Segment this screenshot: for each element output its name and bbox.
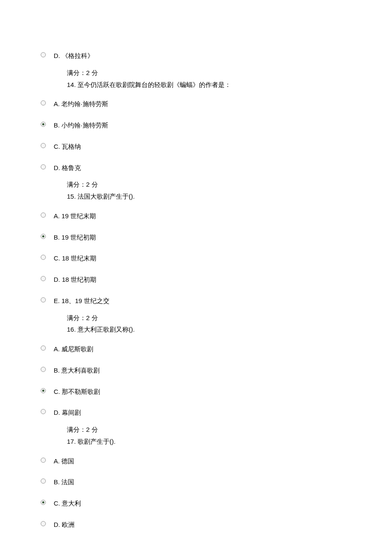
option-label: C. 瓦格纳 [54, 142, 81, 151]
q17-option-d[interactable]: D. 欧洲 [40, 520, 352, 529]
svg-point-5 [41, 165, 46, 169]
svg-point-8 [42, 235, 44, 237]
option-label: C. 意大利 [54, 499, 81, 508]
svg-point-11 [41, 298, 46, 302]
q17-prompt: 17. 歌剧产生于(). [67, 437, 352, 446]
radio-unselected-icon [40, 297, 46, 303]
radio-unselected-icon [40, 457, 46, 463]
svg-point-15 [42, 390, 44, 392]
option-label: B. 意大利喜歌剧 [54, 366, 100, 375]
q15-option-e[interactable]: E. 18、19 世纪之交 [40, 296, 352, 306]
q16-option-d[interactable]: D. 幕间剧 [40, 408, 352, 417]
svg-point-20 [42, 501, 44, 503]
q17-option-c[interactable]: C. 意大利 [40, 499, 352, 508]
svg-point-17 [41, 458, 46, 462]
q16-meta: 满分：2 分 17. 歌剧产生于(). [67, 425, 352, 446]
option-label: B. 19 世纪初期 [54, 233, 96, 242]
score-text: 满分：2 分 [67, 68, 352, 78]
q14-option-a[interactable]: A. 老约翰·施特劳斯 [40, 99, 352, 109]
svg-point-18 [41, 479, 46, 483]
radio-unselected-icon [40, 164, 46, 170]
q16-option-c[interactable]: C. 那不勒斯歌剧 [40, 387, 352, 396]
q16-option-a[interactable]: A. 威尼斯歌剧 [40, 344, 352, 354]
radio-unselected-icon [40, 409, 46, 414]
q15-prompt: 15. 法国大歌剧产生于(). [67, 192, 352, 201]
svg-point-21 [41, 521, 46, 526]
q13-meta: 满分：2 分 14. 至今仍活跃在歌剧院舞台的轻歌剧《蝙蝠》的作者是： [67, 68, 352, 90]
option-label: C. 18 世纪末期 [54, 254, 96, 263]
q17-option-b[interactable]: B. 法国 [40, 477, 352, 487]
radio-selected-icon [40, 500, 46, 505]
radio-unselected-icon [40, 143, 46, 148]
option-label: A. 威尼斯歌剧 [54, 344, 93, 354]
radio-unselected-icon [40, 100, 46, 106]
option-label: A. 19 世纪末期 [54, 211, 96, 221]
q14-prompt: 14. 至今仍活跃在歌剧院舞台的轻歌剧《蝙蝠》的作者是： [67, 80, 352, 90]
option-label: E. 18、19 世纪之交 [54, 296, 110, 306]
svg-point-1 [41, 101, 46, 105]
q14-option-c[interactable]: C. 瓦格纳 [40, 142, 352, 151]
q15-option-d[interactable]: D. 18 世纪初期 [40, 275, 352, 284]
radio-selected-icon [40, 234, 46, 239]
option-label: D. 欧洲 [54, 520, 75, 529]
svg-point-16 [41, 409, 46, 414]
q15-option-c[interactable]: C. 18 世纪末期 [40, 254, 352, 263]
radio-selected-icon [40, 121, 46, 127]
option-label: A. 德国 [54, 457, 74, 466]
radio-unselected-icon [40, 478, 46, 484]
svg-point-10 [41, 276, 46, 281]
option-label: B. 法国 [54, 477, 74, 487]
option-label: D. 18 世纪初期 [54, 275, 96, 284]
score-text: 满分：2 分 [67, 425, 352, 434]
radio-unselected-icon [40, 52, 46, 58]
score-text: 满分：2 分 [67, 313, 352, 323]
svg-point-4 [41, 143, 46, 148]
q15-option-b[interactable]: B. 19 世纪初期 [40, 233, 352, 242]
option-label: C. 那不勒斯歌剧 [54, 387, 100, 396]
q14-option-d[interactable]: D. 格鲁克 [40, 163, 352, 173]
svg-point-13 [41, 367, 46, 372]
q15-option-a[interactable]: A. 19 世纪末期 [40, 211, 352, 221]
q14-option-b[interactable]: B. 小约翰·施特劳斯 [40, 121, 352, 130]
q14-meta: 满分：2 分 15. 法国大歌剧产生于(). [67, 180, 352, 201]
option-label: B. 小约翰·施特劳斯 [54, 121, 108, 130]
q15-meta: 满分：2 分 16. 意大利正歌剧又称(). [67, 313, 352, 335]
q16-prompt: 16. 意大利正歌剧又称(). [67, 325, 352, 334]
svg-point-0 [41, 52, 46, 57]
svg-point-12 [41, 346, 46, 350]
q16-option-b[interactable]: B. 意大利喜歌剧 [40, 366, 352, 375]
radio-selected-icon [40, 388, 46, 393]
radio-unselected-icon [40, 521, 46, 526]
q17-option-a[interactable]: A. 德国 [40, 457, 352, 466]
option-label: D. 《格拉科》 [54, 51, 94, 61]
radio-unselected-icon [40, 367, 46, 372]
option-label: D. 幕间剧 [54, 408, 81, 417]
svg-point-3 [42, 123, 44, 125]
radio-unselected-icon [40, 212, 46, 218]
score-text: 满分：2 分 [67, 180, 352, 189]
option-label: D. 格鲁克 [54, 163, 81, 173]
svg-point-9 [41, 255, 46, 260]
radio-unselected-icon [40, 345, 46, 351]
radio-unselected-icon [40, 254, 46, 260]
svg-point-6 [41, 213, 46, 217]
radio-unselected-icon [40, 276, 46, 281]
option-label: A. 老约翰·施特劳斯 [54, 99, 108, 109]
q13-option-d[interactable]: D. 《格拉科》 [40, 51, 352, 61]
